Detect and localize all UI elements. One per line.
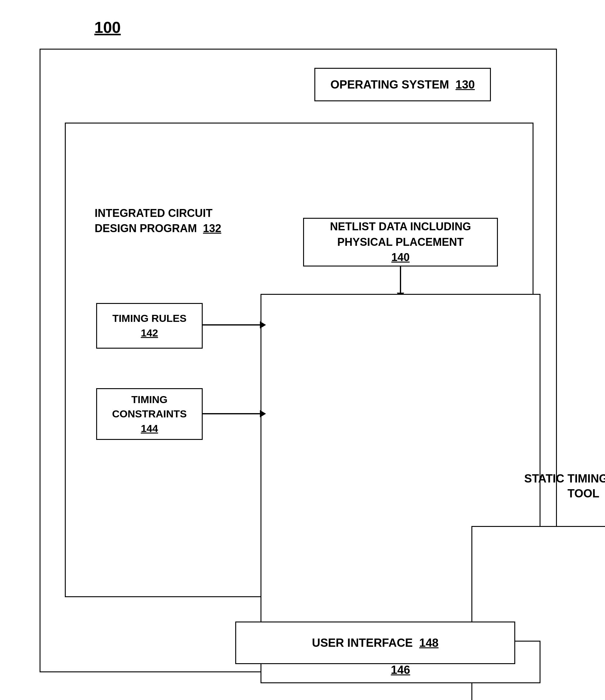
netlist-box: NETLIST DATA INCLUDING PHYSICAL PLACEMEN…: [303, 218, 498, 267]
timing-results-number: 146: [391, 664, 410, 676]
ic-design-line2-text: DESIGN PROGRAM: [95, 222, 197, 234]
timing-constraints-number: 144: [141, 423, 158, 434]
netlist-line2-text: PHYSICAL PLACEMENT: [337, 236, 463, 248]
diagram-reference-100: 100: [94, 18, 121, 36]
ic-design-box: INTEGRATED CIRCUIT DESIGN PROGRAM 132 NE…: [65, 123, 533, 597]
arrow-timing-constraints-to-sta: [203, 413, 261, 414]
sta-title: STATIC TIMING ANALYSIS TOOL 134: [462, 471, 605, 501]
timing-rules-box: TIMING RULES 142: [96, 303, 203, 349]
ui-number: 148: [419, 636, 438, 649]
os-text: OPERATING SYSTEM: [331, 78, 449, 91]
ui-box: USER INTERFACE 148: [235, 622, 515, 664]
ic-design-number: 132: [203, 222, 221, 234]
arrow-netlist-to-sta: [400, 266, 401, 293]
timing-rules-line1: TIMING RULES: [112, 311, 187, 326]
os-box: OPERATING SYSTEM 130: [314, 68, 491, 101]
outer-box: OPERATING SYSTEM 130 INTEGRATED CIRCUIT …: [40, 49, 557, 672]
netlist-line1: NETLIST DATA INCLUDING: [330, 219, 471, 234]
ic-design-label: INTEGRATED CIRCUIT DESIGN PROGRAM 132: [95, 206, 221, 236]
ui-text: USER INTERFACE: [312, 636, 413, 649]
netlist-number: 140: [391, 251, 410, 264]
os-number: 130: [456, 78, 475, 91]
ic-design-line2: DESIGN PROGRAM 132: [95, 221, 221, 236]
arrow-timing-rules-to-sta: [203, 324, 261, 326]
top-label-text: 100: [94, 19, 121, 36]
os-label: OPERATING SYSTEM 130: [331, 78, 475, 91]
ui-label: USER INTERFACE 148: [312, 636, 438, 650]
timing-constraints-box: TIMING CONSTRAINTS 144: [96, 388, 203, 440]
sta-line2: TOOL: [567, 487, 599, 500]
timing-constraints-label: TIMING CONSTRAINTS 144: [112, 393, 187, 436]
timing-constraints-line2: CONSTRAINTS: [112, 407, 187, 421]
timing-rules-number: 142: [141, 327, 158, 339]
ic-design-line1: INTEGRATED CIRCUIT: [95, 206, 221, 221]
timing-constraints-line1: TIMING: [112, 393, 187, 407]
sta-box: STATIC TIMING ANALYSIS TOOL 134 COMMON P…: [261, 294, 540, 628]
diagram-container: 100 OPERATING SYSTEM 130 INTEGRATED CIRC…: [24, 18, 578, 688]
netlist-line2: PHYSICAL PLACEMENT: [330, 234, 471, 250]
sta-line1: STATIC TIMING ANALYSIS: [524, 472, 605, 485]
netlist-label: NETLIST DATA INCLUDING PHYSICAL PLACEMEN…: [330, 219, 471, 265]
timing-rules-label: TIMING RULES 142: [112, 311, 187, 340]
